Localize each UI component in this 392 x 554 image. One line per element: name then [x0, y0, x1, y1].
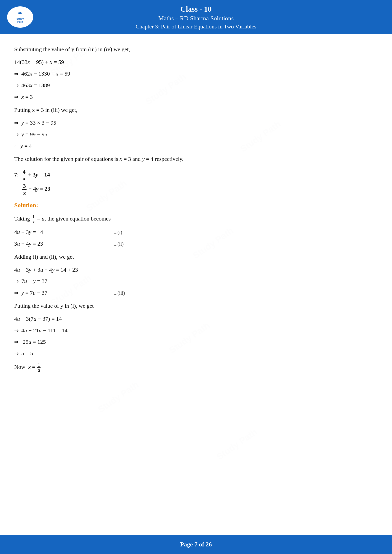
eq-462: ⇒ 462x − 1330 + x = 59 — [14, 69, 378, 79]
eq-y4: ∴ y = 4 — [14, 141, 378, 151]
eq-14: 14(33x − 95) + x = 59 — [14, 57, 378, 67]
eq-463: ⇒ 463x = 1389 — [14, 81, 378, 90]
eq-y99: ⇒ y = 99 − 95 — [14, 130, 378, 139]
ann-i: ...(i) — [114, 228, 122, 237]
logo-text: StudyPath — [17, 17, 24, 23]
frac-1u: 1 u — [37, 363, 41, 372]
eq-sub2: ⇒ 4u + 21u − 111 = 14 — [14, 326, 378, 335]
eq-x3: ⇒ x = 3 — [14, 92, 378, 102]
now-x-line: Now x = 1 u — [14, 362, 378, 372]
problem-7: 7: 4 x + 3y = 14 3 x − 4y = 23 — [14, 169, 378, 196]
solution-summary: The solution for the given pair of equat… — [14, 154, 378, 164]
eq-i-line: 4u + 3y = 14 ...(i) — [14, 227, 378, 237]
problem-number: 7 — [14, 171, 17, 177]
page-footer: Page 7 of 26 — [0, 535, 392, 554]
header-class: Class - 10 — [5, 4, 387, 14]
pen-icon: ✒ — [17, 10, 24, 17]
header-chapter: Chapter 3: Pair of Linear Equations in T… — [5, 23, 387, 31]
eq-iii-line: ⇒ y = 7u − 37 ...(iii) — [14, 288, 378, 298]
eq-sub3: ⇒ 25u = 125 — [14, 337, 378, 347]
eq-add: 4u + 3y + 3u − 4y = 14 + 23 — [14, 265, 378, 275]
logo: ✒ StudyPath — [7, 7, 33, 28]
putting-y-text: Putting the value of y in (i), we get — [14, 301, 378, 311]
putting-text: Putting x = 3 in (iii) we get, — [14, 105, 378, 115]
watermark-9: Study Path — [213, 425, 260, 464]
ann-ii: ...(ii) — [114, 240, 124, 249]
frac-4x: 4 x — [22, 169, 26, 182]
logo-inner: ✒ StudyPath — [17, 10, 24, 23]
eq-7u: ⇒ 7u − y = 37 — [14, 277, 378, 286]
eq-sub1: 4u + 3(7u − 37) = 14 — [14, 314, 378, 324]
frac-3x: 3 x — [22, 183, 27, 196]
ann-iii: ...(iii) — [114, 289, 125, 298]
watermark-8: Study Path — [95, 377, 142, 417]
eq-sub4: ⇒ u = 5 — [14, 349, 378, 358]
page-header: ✒ StudyPath Class - 10 Maths – RD Sharma… — [0, 0, 392, 34]
eq-y33: ⇒ y = 33 × 3 − 95 — [14, 118, 378, 128]
adding-text: Adding (i) and (ii), we get — [14, 252, 378, 262]
header-subject: Maths – RD Sharma Solutions — [5, 14, 387, 23]
frac-1x: 1 x — [32, 214, 35, 224]
intro-text: Substituting the value of y from (iii) i… — [14, 45, 378, 54]
main-content: Study Path Study Path Study Path Study P… — [0, 34, 392, 381]
eq-ii-line: 3u − 4y = 23 ...(ii) — [14, 239, 378, 249]
solution-label: Solution: — [14, 200, 378, 211]
taking-text: Taking 1 x = u, the given equation becom… — [14, 214, 378, 224]
page-number: Page 7 of 26 — [180, 541, 212, 548]
